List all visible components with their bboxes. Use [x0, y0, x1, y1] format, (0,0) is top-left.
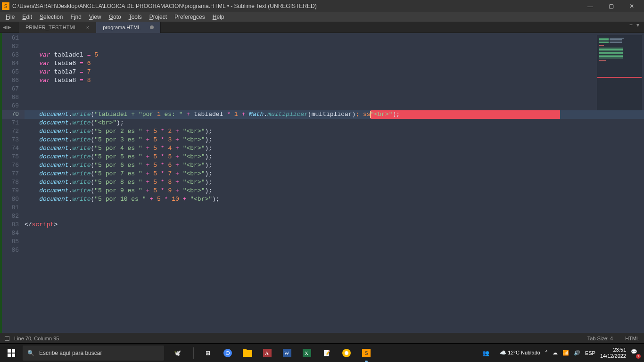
start-button[interactable]: [0, 344, 23, 362]
sublime-icon[interactable]: S: [357, 344, 376, 362]
status-bar: Line 70, Column 95 Tab Size: 4 HTML: [0, 333, 644, 343]
menu-bar: File Edit Selection Find View Goto Tools…: [0, 12, 644, 22]
notifications-icon[interactable]: 💬: [631, 349, 639, 357]
menu-project[interactable]: Project: [146, 13, 171, 21]
onedrive-icon[interactable]: ☁: [553, 350, 558, 356]
tab-bar: ◀ ▶ PRIMER_TEST.HTML × programa.HTML + ▾: [0, 22, 644, 33]
windows-taskbar: 🔍 Escribe aquí para buscar 🕊️ ⊞ A W X 📝 …: [0, 343, 644, 362]
menu-find[interactable]: Find: [66, 13, 85, 21]
minimize-button[interactable]: —: [580, 0, 601, 12]
tray-chevron-icon[interactable]: ˄: [545, 350, 548, 356]
people-icon[interactable]: 👥: [476, 344, 495, 362]
word-icon[interactable]: W: [278, 344, 297, 362]
menu-tools[interactable]: Tools: [125, 13, 146, 21]
menu-view[interactable]: View: [85, 13, 105, 21]
search-placeholder: Escribe aquí para buscar: [39, 350, 102, 356]
tab-menu-icon[interactable]: ▾: [636, 22, 639, 33]
excel-icon[interactable]: X: [297, 344, 316, 362]
search-icon: 🔍: [27, 350, 34, 356]
explorer-icon[interactable]: [238, 344, 257, 362]
taskbar-apps: ⊞ A W X 📝 S: [197, 344, 378, 362]
wifi-icon[interactable]: 📶: [562, 350, 569, 356]
taskbar-divider: [193, 347, 194, 359]
chrome-icon[interactable]: [218, 344, 237, 362]
svg-point-6: [226, 352, 229, 354]
tab-label: PRIMER_TEST.HTML: [25, 25, 77, 30]
svg-rect-0: [8, 349, 11, 353]
access-icon[interactable]: A: [258, 344, 277, 362]
tab-label: programa.HTML: [103, 25, 140, 30]
panel-switcher-icon[interactable]: [5, 336, 9, 341]
maximize-button[interactable]: ▢: [601, 0, 621, 12]
tab-dirty-icon: [150, 25, 154, 29]
menu-edit[interactable]: Edit: [18, 13, 36, 21]
menu-goto[interactable]: Goto: [105, 13, 125, 21]
system-tray: ☁️ 12°C Nublado ˄ ☁ 📶 🔊 ESP 23:51 14/12/…: [495, 347, 644, 359]
svg-rect-2: [8, 354, 11, 357]
close-button[interactable]: ✕: [621, 0, 642, 12]
weather-tray[interactable]: ☁️ 12°C Nublado: [500, 350, 540, 356]
taskbar-search[interactable]: 🔍 Escribe aquí para buscar: [23, 346, 164, 361]
svg-text:W: W: [284, 350, 289, 356]
clock[interactable]: 23:51 14/12/2022: [600, 347, 626, 359]
volume-icon[interactable]: 🔊: [574, 350, 580, 356]
svg-rect-8: [243, 349, 247, 351]
window-titlebar: S C:\Users\SARAH\Desktop\ANGELA\LOGICA D…: [0, 0, 644, 12]
history-arrows[interactable]: ◀ ▶: [0, 25, 19, 30]
minimap[interactable]: [597, 35, 642, 110]
input-language[interactable]: ESP: [585, 350, 595, 356]
tab-close-icon[interactable]: ×: [86, 25, 89, 30]
menu-selection[interactable]: Selection: [36, 13, 66, 21]
task-view-icon[interactable]: ⊞: [198, 344, 217, 362]
line-gutter: 6162636465666768697071727374757677787980…: [0, 33, 25, 333]
notepad-icon[interactable]: 📝: [317, 344, 336, 362]
svg-rect-3: [12, 354, 15, 357]
forward-icon[interactable]: ▶: [8, 25, 11, 30]
menu-help[interactable]: Help: [209, 13, 228, 21]
svg-rect-7: [243, 350, 252, 357]
svg-text:A: A: [265, 350, 269, 356]
syntax-mode[interactable]: HTML: [625, 336, 639, 341]
back-icon[interactable]: ◀: [3, 25, 7, 30]
app-icon: S: [2, 2, 9, 10]
menu-preferences[interactable]: Preferences: [171, 13, 209, 21]
tab-primer-test[interactable]: PRIMER_TEST.HTML ×: [19, 22, 96, 33]
chrome-canary-icon[interactable]: [337, 344, 356, 362]
code-area[interactable]: var tabladel = 5 var tabla6 = 6 var tabl…: [25, 33, 644, 333]
news-widget-icon[interactable]: 🕊️: [164, 344, 190, 362]
new-tab-icon[interactable]: +: [629, 22, 633, 33]
tab-programa[interactable]: programa.HTML: [96, 22, 161, 33]
editor[interactable]: 6162636465666768697071727374757677787980…: [0, 33, 644, 333]
tab-size[interactable]: Tab Size: 4: [587, 336, 613, 341]
cursor-position[interactable]: Line 70, Column 95: [14, 336, 59, 341]
svg-text:X: X: [305, 350, 308, 356]
svg-point-16: [345, 351, 348, 355]
window-title: C:\Users\SARAH\Desktop\ANGELA\LOGICA DE …: [12, 3, 580, 9]
menu-file[interactable]: File: [2, 13, 18, 21]
svg-rect-1: [12, 349, 15, 353]
